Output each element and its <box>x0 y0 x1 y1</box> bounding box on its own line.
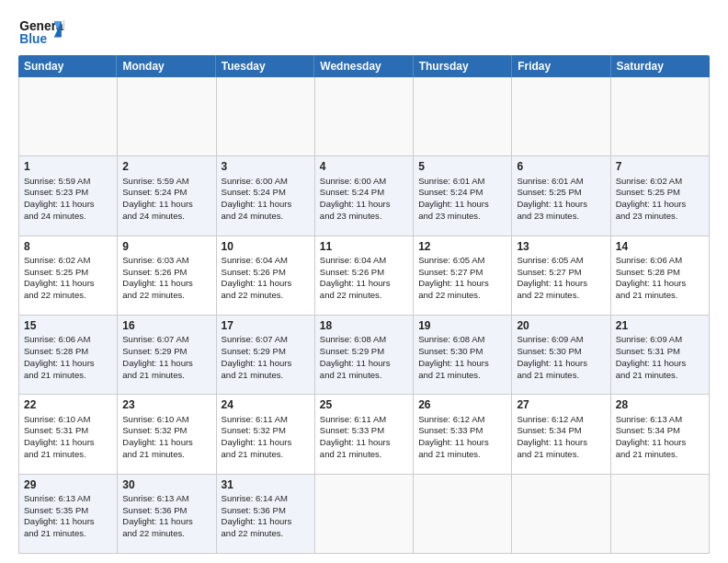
empty-cell <box>217 77 315 155</box>
day-info-line: Sunset: 5:25 PM <box>517 187 605 199</box>
day-info-line: Daylight: 11 hours <box>320 437 408 449</box>
day-info-line: Sunset: 5:28 PM <box>24 346 112 358</box>
day-info-line: and 21 minutes. <box>418 449 506 461</box>
day-info-line: Sunrise: 6:10 AM <box>24 414 112 426</box>
day-info-line: Sunrise: 6:07 AM <box>222 334 310 346</box>
day-info-line: and 24 minutes. <box>122 211 210 223</box>
day-info-line: Sunset: 5:25 PM <box>24 267 112 279</box>
day-cell-7: 7Sunrise: 6:02 AMSunset: 5:25 PMDaylight… <box>611 156 710 235</box>
day-number: 10 <box>222 239 310 254</box>
header: General Blue <box>18 15 710 48</box>
day-info-line: Sunset: 5:26 PM <box>320 267 408 279</box>
empty-cell <box>414 77 512 155</box>
day-cell-28: 28Sunrise: 6:13 AMSunset: 5:34 PMDayligh… <box>611 395 710 473</box>
day-number: 24 <box>222 397 310 412</box>
empty-cell <box>118 77 216 155</box>
day-info-line: Sunrise: 6:05 AM <box>418 255 506 267</box>
day-info-line: and 22 minutes. <box>418 290 506 302</box>
day-info-line: Sunset: 5:33 PM <box>418 425 506 437</box>
day-cell-17: 17Sunrise: 6:07 AMSunset: 5:29 PMDayligh… <box>217 316 315 394</box>
header-day-sunday: Sunday <box>18 55 117 77</box>
day-info-line: and 21 minutes. <box>616 370 704 382</box>
day-info-line: Sunset: 5:23 PM <box>24 187 112 199</box>
day-info-line: Sunrise: 6:14 AM <box>222 493 310 505</box>
day-info-line: Daylight: 11 hours <box>24 278 112 290</box>
day-info-line: Sunrise: 6:03 AM <box>122 255 210 267</box>
day-number: 26 <box>418 397 506 412</box>
empty-cell <box>512 475 610 553</box>
day-info-line: Daylight: 11 hours <box>122 358 210 370</box>
day-info-line: Sunset: 5:24 PM <box>222 187 310 199</box>
day-info-line: and 22 minutes. <box>24 290 112 302</box>
day-info-line: Sunrise: 6:11 AM <box>320 414 408 426</box>
day-info-line: and 21 minutes. <box>320 370 408 382</box>
empty-cell <box>611 475 710 553</box>
day-number: 23 <box>122 397 210 412</box>
day-cell-11: 11Sunrise: 6:04 AMSunset: 5:26 PMDayligh… <box>315 236 414 315</box>
day-number: 9 <box>122 239 210 254</box>
day-number: 6 <box>517 159 605 174</box>
day-info-line: Daylight: 11 hours <box>122 516 210 528</box>
calendar-row-3: 15Sunrise: 6:06 AMSunset: 5:28 PMDayligh… <box>18 316 710 395</box>
day-info-line: Sunrise: 6:10 AM <box>122 414 210 426</box>
empty-cell <box>19 77 118 155</box>
day-cell-26: 26Sunrise: 6:12 AMSunset: 5:33 PMDayligh… <box>414 395 512 473</box>
day-info-line: Sunrise: 6:00 AM <box>320 176 408 188</box>
day-info-line: Sunset: 5:29 PM <box>320 346 408 358</box>
day-number: 12 <box>418 239 506 254</box>
day-number: 25 <box>320 397 408 412</box>
day-number: 15 <box>24 318 112 333</box>
day-info-line: Sunrise: 6:05 AM <box>517 255 605 267</box>
day-cell-29: 29Sunrise: 6:13 AMSunset: 5:35 PMDayligh… <box>19 475 118 553</box>
day-number: 19 <box>418 318 506 333</box>
day-cell-8: 8Sunrise: 6:02 AMSunset: 5:25 PMDaylight… <box>19 236 118 315</box>
day-info-line: Daylight: 11 hours <box>418 199 506 211</box>
day-info-line: Daylight: 11 hours <box>616 437 704 449</box>
day-info-line: Sunset: 5:24 PM <box>418 187 506 199</box>
day-info-line: Sunset: 5:31 PM <box>24 425 112 437</box>
calendar-row-2: 8Sunrise: 6:02 AMSunset: 5:25 PMDaylight… <box>18 236 710 316</box>
day-cell-14: 14Sunrise: 6:06 AMSunset: 5:28 PMDayligh… <box>611 236 710 315</box>
day-info-line: Daylight: 11 hours <box>222 437 310 449</box>
day-info-line: Daylight: 11 hours <box>418 278 506 290</box>
day-info-line: Sunset: 5:35 PM <box>24 505 112 517</box>
day-number: 8 <box>24 239 112 254</box>
day-info-line: Sunrise: 6:13 AM <box>24 493 112 505</box>
day-info-line: and 22 minutes. <box>222 528 310 540</box>
day-number: 27 <box>517 397 605 412</box>
day-info-line: Sunset: 5:29 PM <box>222 346 310 358</box>
logo-icon: General Blue <box>18 15 64 48</box>
day-info-line: Daylight: 11 hours <box>616 358 704 370</box>
day-cell-4: 4Sunrise: 6:00 AMSunset: 5:24 PMDaylight… <box>315 156 414 235</box>
day-info-line: Sunset: 5:36 PM <box>122 505 210 517</box>
header-day-tuesday: Tuesday <box>216 55 314 77</box>
day-cell-3: 3Sunrise: 6:00 AMSunset: 5:24 PMDaylight… <box>217 156 315 235</box>
day-number: 13 <box>517 239 605 254</box>
day-info-line: Daylight: 11 hours <box>517 437 605 449</box>
day-info-line: Sunrise: 6:01 AM <box>517 176 605 188</box>
day-info-line: Daylight: 11 hours <box>616 199 704 211</box>
day-number: 17 <box>222 318 310 333</box>
day-cell-31: 31Sunrise: 6:14 AMSunset: 5:36 PMDayligh… <box>217 475 315 553</box>
day-number: 4 <box>320 159 408 174</box>
day-info-line: Sunset: 5:34 PM <box>616 425 704 437</box>
day-info-line: Daylight: 11 hours <box>517 199 605 211</box>
calendar: SundayMondayTuesdayWednesdayThursdayFrid… <box>18 55 710 554</box>
day-cell-23: 23Sunrise: 6:10 AMSunset: 5:32 PMDayligh… <box>118 395 216 473</box>
day-info-line: Daylight: 11 hours <box>517 278 605 290</box>
day-info-line: Sunset: 5:36 PM <box>222 505 310 517</box>
day-info-line: and 21 minutes. <box>24 528 112 540</box>
day-cell-24: 24Sunrise: 6:11 AMSunset: 5:32 PMDayligh… <box>217 395 315 473</box>
day-info-line: Sunset: 5:29 PM <box>122 346 210 358</box>
day-number: 16 <box>122 318 210 333</box>
day-info-line: Sunrise: 6:11 AM <box>222 414 310 426</box>
day-cell-21: 21Sunrise: 6:09 AMSunset: 5:31 PMDayligh… <box>611 316 710 394</box>
day-info-line: and 21 minutes. <box>517 370 605 382</box>
day-number: 28 <box>616 397 704 412</box>
day-number: 21 <box>616 318 704 333</box>
day-info-line: Sunrise: 6:13 AM <box>122 493 210 505</box>
day-info-line: Sunset: 5:28 PM <box>616 267 704 279</box>
calendar-row-0 <box>18 77 710 156</box>
day-info-line: and 21 minutes. <box>616 449 704 461</box>
day-info-line: Daylight: 11 hours <box>24 516 112 528</box>
